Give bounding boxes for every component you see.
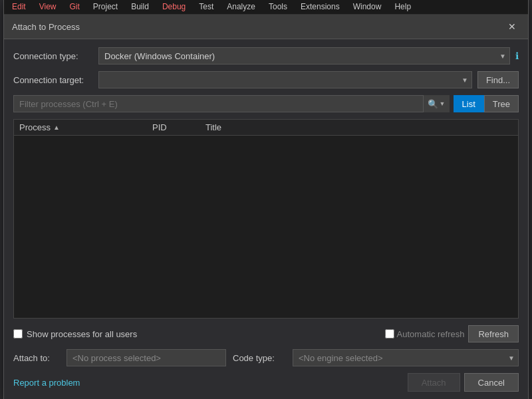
column-process[interactable]: Process ▲ bbox=[14, 122, 147, 132]
connection-target-label: Connection target: bbox=[13, 75, 93, 85]
menu-extensions[interactable]: Extensions bbox=[298, 1, 342, 13]
menu-git[interactable]: Git bbox=[66, 1, 82, 13]
bottom-section: Show processes for all users Automatic r… bbox=[13, 325, 519, 392]
sort-asc-icon: ▲ bbox=[53, 124, 60, 131]
attach-to-label: Attach to: bbox=[13, 353, 60, 363]
column-process-label: Process bbox=[19, 122, 51, 132]
info-icon[interactable]: ℹ bbox=[515, 51, 519, 61]
show-all-checkbox[interactable] bbox=[13, 329, 23, 338]
connection-type-wrapper: Docker (Windows Container) Local Remote … bbox=[98, 47, 510, 65]
code-type-wrapper: <No engine selected> Managed (.NET Core)… bbox=[293, 349, 519, 366]
close-button[interactable]: ✕ bbox=[504, 20, 520, 33]
connection-target-row: Connection target: ▼ Find... bbox=[13, 71, 519, 88]
search-dropdown-arrow-icon: ▼ bbox=[440, 100, 446, 107]
attach-to-value: <No process selected> bbox=[66, 349, 226, 366]
auto-refresh-area: Automatic refresh Refresh bbox=[385, 325, 519, 342]
refresh-button[interactable]: Refresh bbox=[468, 325, 519, 342]
search-icon: 🔍 bbox=[428, 99, 438, 109]
list-view-button[interactable]: List bbox=[454, 95, 484, 112]
auto-refresh-checkbox-wrapper[interactable]: Automatic refresh bbox=[385, 329, 465, 339]
menu-help[interactable]: Help bbox=[392, 1, 414, 13]
menu-window[interactable]: Window bbox=[350, 1, 384, 13]
menu-bar: Edit View Git Project Build Debug Test A… bbox=[4, 0, 528, 15]
process-table: Process ▲ PID Title bbox=[13, 119, 519, 319]
connection-type-label: Connection type: bbox=[13, 51, 93, 61]
filter-input[interactable] bbox=[13, 95, 450, 112]
auto-refresh-checkbox[interactable] bbox=[385, 329, 394, 338]
connection-target-select[interactable] bbox=[98, 71, 472, 88]
menu-project[interactable]: Project bbox=[90, 1, 120, 13]
cancel-button[interactable]: Cancel bbox=[464, 373, 519, 392]
menu-tools[interactable]: Tools bbox=[266, 1, 290, 13]
table-header: Process ▲ PID Title bbox=[14, 120, 518, 136]
filter-row: 🔍 ▼ List Tree bbox=[13, 95, 519, 112]
menu-analyze[interactable]: Analyze bbox=[224, 1, 258, 13]
menu-view[interactable]: View bbox=[37, 1, 59, 13]
table-body[interactable] bbox=[14, 136, 518, 318]
menu-test[interactable]: Test bbox=[196, 1, 216, 13]
dialog-body: Connection type: Docker (Windows Contain… bbox=[4, 39, 528, 399]
report-problem-link[interactable]: Report a problem bbox=[13, 378, 80, 388]
column-pid[interactable]: PID bbox=[147, 122, 200, 132]
tree-view-button[interactable]: Tree bbox=[484, 95, 519, 112]
attach-to-row: Attach to: <No process selected> Code ty… bbox=[13, 349, 519, 366]
show-all-label: Show processes for all users bbox=[27, 329, 137, 339]
column-title: Title bbox=[200, 122, 518, 132]
show-all-checkbox-wrapper[interactable]: Show processes for all users bbox=[13, 329, 137, 339]
attach-to-process-dialog: Edit View Git Project Build Debug Test A… bbox=[3, 0, 529, 399]
auto-refresh-label: Automatic refresh bbox=[397, 329, 465, 339]
menu-build[interactable]: Build bbox=[128, 1, 152, 13]
search-button[interactable]: 🔍 ▼ bbox=[423, 95, 450, 112]
connection-target-wrapper: ▼ bbox=[98, 71, 472, 88]
filter-input-wrapper: 🔍 ▼ bbox=[13, 95, 450, 112]
view-buttons: List Tree bbox=[454, 95, 519, 112]
action-buttons: Attach Cancel bbox=[408, 373, 519, 392]
menu-debug[interactable]: Debug bbox=[160, 1, 188, 13]
menu-edit[interactable]: Edit bbox=[9, 1, 29, 13]
search-icon-area: 🔍 ▼ bbox=[423, 95, 450, 112]
show-all-row: Show processes for all users Automatic r… bbox=[13, 325, 519, 342]
attach-button[interactable]: Attach bbox=[408, 373, 460, 392]
report-row: Report a problem Attach Cancel bbox=[13, 373, 519, 392]
find-button[interactable]: Find... bbox=[477, 71, 519, 88]
code-type-select[interactable]: <No engine selected> Managed (.NET Core)… bbox=[293, 349, 519, 366]
code-type-label: Code type: bbox=[233, 353, 286, 363]
dialog-title: Attach to Process bbox=[12, 22, 80, 32]
connection-type-row: Connection type: Docker (Windows Contain… bbox=[13, 47, 519, 65]
title-bar: Attach to Process ✕ bbox=[4, 15, 528, 39]
connection-type-select[interactable]: Docker (Windows Container) Local Remote bbox=[98, 47, 510, 65]
